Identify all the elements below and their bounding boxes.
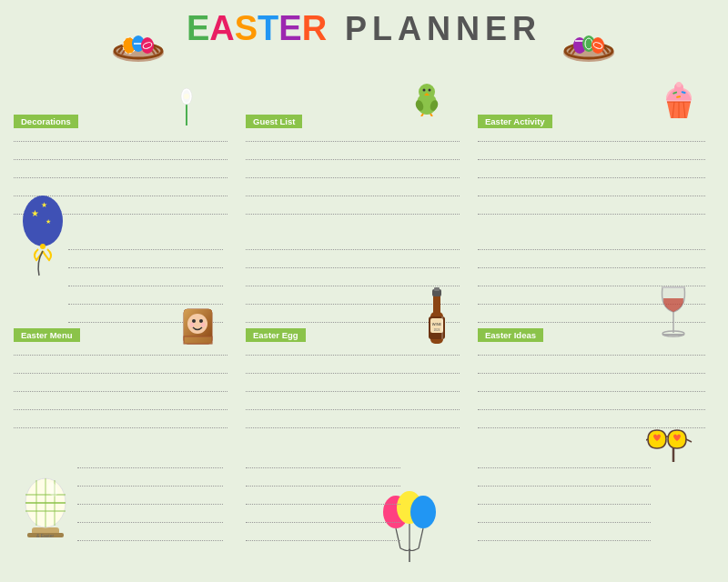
letter-s: S <box>235 9 258 48</box>
svg-point-28 <box>192 319 196 323</box>
svg-point-24 <box>40 244 46 249</box>
easter-menu-label: Easter Menu <box>14 328 80 342</box>
title-block: E A S T E R PLANNER <box>187 9 541 48</box>
svg-point-29 <box>199 319 203 323</box>
guest-list-label: Guest List <box>246 115 302 128</box>
easter-word: E A S T E R <box>187 9 327 48</box>
easter-ideas-label: Easter Ideas <box>478 328 543 342</box>
decorations-label: Decorations <box>14 115 78 128</box>
svg-point-72 <box>676 82 682 87</box>
svg-point-46 <box>419 84 435 100</box>
header: E A S T E R PLANNER <box>0 0 728 53</box>
main-content: Decorations ★ ★ ★ <box>14 80 714 575</box>
nest-right-icon <box>560 7 619 70</box>
page: E A S T E R PLANNER <box>0 0 728 582</box>
guest-list-section: Guest List <box>246 112 460 222</box>
svg-rect-56 <box>433 294 440 316</box>
easter-egg-label: Easter Egg <box>246 328 306 342</box>
egg-globe-icon: & Easter <box>18 462 73 543</box>
letter-r: R <box>302 9 327 48</box>
column-1: Decorations ★ ★ ★ <box>14 80 228 575</box>
svg-line-68 <box>419 528 423 548</box>
col1-bottom-lines <box>77 457 223 548</box>
column-3: Easter Activity <box>478 80 705 575</box>
svg-line-86 <box>686 439 692 442</box>
svg-point-48 <box>429 89 431 92</box>
svg-text:★: ★ <box>46 218 51 225</box>
easter-activity-section: Easter Activity <box>478 112 705 222</box>
line-2 <box>14 149 228 160</box>
column-2: Guest List <box>246 80 460 575</box>
letter-e1: E <box>187 9 209 48</box>
col2-bottom-lines <box>246 457 400 548</box>
easter-ideas-section: Easter Ideas <box>478 326 705 436</box>
svg-rect-58 <box>434 287 440 291</box>
planner-word: PLANNER <box>345 10 541 48</box>
letter-a: A <box>209 9 234 48</box>
letter-e2: E <box>278 9 301 48</box>
svg-text:★: ★ <box>31 208 39 218</box>
easter-menu-section: Easter Menu <box>14 326 228 436</box>
balloon-icon: ★ ★ ★ <box>18 189 68 284</box>
line-3 <box>14 167 228 178</box>
line-1 <box>14 131 228 142</box>
nest-left-icon <box>109 7 168 70</box>
letter-t: T <box>258 9 278 48</box>
svg-point-47 <box>423 89 426 92</box>
sunglasses-icon <box>646 426 701 466</box>
easter-egg-section: Easter Egg <box>246 326 460 436</box>
svg-text:★: ★ <box>41 201 47 209</box>
easter-activity-label: Easter Activity <box>478 115 552 128</box>
svg-point-19 <box>184 94 189 99</box>
svg-text:& Easter: & Easter <box>36 533 55 538</box>
svg-point-67 <box>410 496 436 528</box>
col3-bottom-lines <box>478 457 651 548</box>
